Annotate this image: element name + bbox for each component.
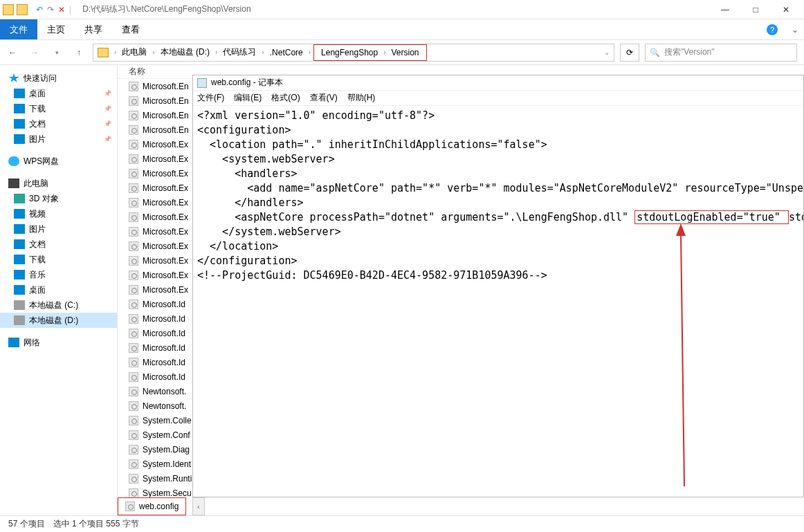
sidebar-this-pc[interactable]: 此电脑 [0, 176, 117, 191]
menu-help[interactable]: 帮助(H) [347, 92, 376, 104]
redo-icon[interactable]: ↷ [47, 5, 54, 15]
sidebar-item-documents[interactable]: 文档 [0, 237, 117, 252]
tab-view[interactable]: 查看 [112, 19, 149, 39]
config-file-icon [129, 256, 138, 266]
notepad-window: web.config - 记事本 文件(F) 编辑(E) 格式(O) 查看(V)… [192, 75, 804, 497]
file-name: Newtonsoft. [143, 387, 186, 396]
menu-edit[interactable]: 编辑(E) [234, 92, 262, 104]
code-line: <handlers> [197, 167, 298, 180]
code-line: </handlers> [197, 196, 304, 209]
history-dropdown[interactable]: ▾ [48, 44, 65, 61]
code-line: <aspNetCore processPath="dotnet" argumen… [197, 211, 634, 223]
back-button[interactable]: ← [4, 44, 21, 61]
config-file-icon [129, 459, 138, 469]
drive-icon [14, 300, 25, 310]
breadcrumb[interactable]: › 此电脑 › 本地磁盘 (D:) › 代码练习 › .NetCore › Le… [93, 44, 614, 62]
sidebar-item-documents[interactable]: 文档 [0, 116, 117, 131]
up-button[interactable]: ↑ [71, 44, 87, 61]
svg-line-0 [681, 234, 684, 486]
crumb-pc[interactable]: 此电脑 [119, 45, 149, 59]
breadcrumb-sep: › [309, 48, 311, 56]
file-name: Microsoft.Ex [143, 227, 188, 237]
code-line: <!--ProjectGuid: DC5469E0-B42D-4EC4-9582… [197, 269, 547, 282]
crumb-folder[interactable]: .NetCore [267, 46, 306, 59]
notepad-text-area[interactable]: <?xml version="1.0" encoding="utf-8"?> <… [193, 106, 803, 497]
maximize-button[interactable]: □ [740, 0, 771, 19]
crumb-folder[interactable]: Version [389, 46, 422, 59]
config-file-icon [129, 387, 138, 396]
tab-home[interactable]: 主页 [37, 19, 75, 39]
config-file-icon [129, 401, 138, 411]
document-icon [14, 239, 25, 249]
config-file-icon [129, 198, 138, 208]
close-button[interactable]: ✕ [771, 0, 801, 19]
selected-file-tab[interactable]: web.config [118, 497, 186, 515]
config-file-icon [129, 488, 138, 498]
file-name: System.Colle [143, 416, 192, 425]
config-file-icon [129, 125, 138, 135]
config-file-icon [129, 416, 138, 425]
tab-file[interactable]: 文件 [0, 19, 37, 39]
config-file-icon [129, 329, 138, 338]
status-bar: 57 个项目 选中 1 个项目 555 字节 [0, 515, 804, 532]
sidebar-item-downloads[interactable]: 下载 [0, 101, 117, 116]
scroll-left-button[interactable]: ‹ [192, 497, 205, 515]
folder-icon [3, 4, 14, 15]
file-name: Microsoft.Ex [143, 169, 188, 178]
refresh-button[interactable]: ⟳ [620, 44, 639, 62]
file-name: Microsoft.En [143, 96, 189, 106]
tab-share[interactable]: 共享 [75, 19, 112, 39]
undo-icon[interactable]: ↶ [36, 5, 43, 15]
sidebar-wps[interactable]: WPS网盘 [0, 154, 117, 169]
ribbon-expand-icon[interactable]: ⌄ [786, 19, 804, 39]
menu-view[interactable]: 查看(V) [310, 92, 338, 104]
sidebar-item-downloads[interactable]: 下载 [0, 252, 117, 267]
notepad-title-text: web.config - 记事本 [211, 77, 283, 89]
forward-button[interactable]: → [26, 44, 43, 61]
sidebar-item-pictures[interactable]: 图片 [0, 221, 117, 237]
sidebar-item-desktop[interactable]: 桌面 [0, 86, 117, 101]
address-bar: ← → ▾ ↑ › 此电脑 › 本地磁盘 (D:) › 代码练习 › .NetC… [0, 40, 804, 65]
sidebar-quick-access[interactable]: 快速访问 [0, 71, 117, 86]
video-icon [14, 209, 25, 219]
download-icon [14, 255, 25, 264]
crumb-drive[interactable]: 本地磁盘 (D:) [158, 45, 212, 59]
search-input[interactable]: 🔍 搜索"Version" [645, 44, 797, 62]
menu-format[interactable]: 格式(O) [271, 92, 300, 104]
breadcrumb-dropdown-icon[interactable]: ⌄ [604, 48, 610, 56]
config-file-icon [129, 169, 138, 178]
selected-file-label: web.config [139, 502, 179, 511]
config-file-icon [129, 140, 138, 149]
ribbon-tabs: 文件 主页 共享 查看 ? ⌄ [0, 19, 804, 40]
window-controls: — □ ✕ [710, 0, 801, 19]
config-file-icon [129, 111, 138, 120]
delete-icon[interactable]: ✕ [58, 5, 65, 15]
window-titlebar: ↶ ↷ ✕ | D:\代码练习\.NetCore\LengFengShop\Ve… [0, 0, 804, 19]
sidebar-item-drive-c[interactable]: 本地磁盘 (C:) [0, 297, 117, 313]
sidebar-item-videos[interactable]: 视频 [0, 206, 117, 221]
titlebar-left: ↶ ↷ ✕ | D:\代码练习\.NetCore\LengFengShop\Ve… [3, 3, 251, 15]
sidebar-item-drive-d[interactable]: 本地磁盘 (D:) [0, 313, 117, 328]
file-name: Microsoft.Ex [143, 285, 188, 295]
minimize-button[interactable]: — [710, 0, 740, 19]
music-icon [14, 270, 25, 279]
sidebar-item-desktop[interactable]: 桌面 [0, 282, 117, 297]
help-button[interactable]: ? [758, 19, 786, 39]
crumb-folder[interactable]: LengFengShop [318, 46, 381, 59]
sidebar-item-music[interactable]: 音乐 [0, 267, 117, 282]
crumb-folder[interactable]: 代码练习 [220, 45, 259, 59]
code-line: stdoutLogFile=" [789, 211, 803, 223]
file-name: System.Secu [143, 488, 192, 498]
config-file-icon [129, 212, 138, 222]
menu-file[interactable]: 文件(F) [197, 92, 224, 104]
sidebar-item-pictures[interactable]: 图片 [0, 131, 117, 147]
sidebar-label: WPS网盘 [24, 156, 59, 167]
sidebar-item-3d[interactable]: 3D 对象 [0, 191, 117, 206]
config-file-icon [129, 227, 138, 237]
toolbar-divider: | [69, 5, 71, 15]
sidebar-network[interactable]: 网络 [0, 335, 117, 350]
status-item-count: 57 个项目 [8, 518, 45, 530]
notepad-titlebar: web.config - 记事本 [193, 75, 803, 91]
file-name: Microsoft.Ex [143, 140, 188, 149]
config-file-icon [129, 96, 138, 106]
